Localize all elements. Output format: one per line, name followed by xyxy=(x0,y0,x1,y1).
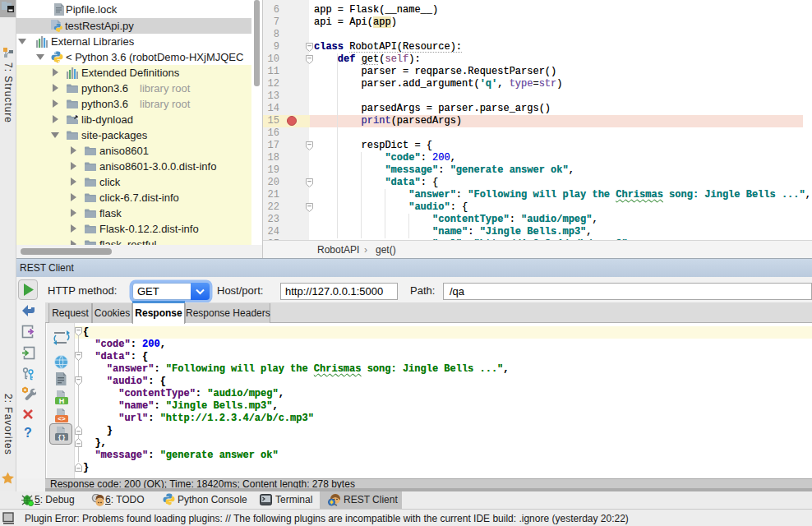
svg-text:H: H xyxy=(59,397,65,405)
svg-text:{}: {} xyxy=(58,433,66,441)
svg-text:<>: <> xyxy=(58,415,66,422)
